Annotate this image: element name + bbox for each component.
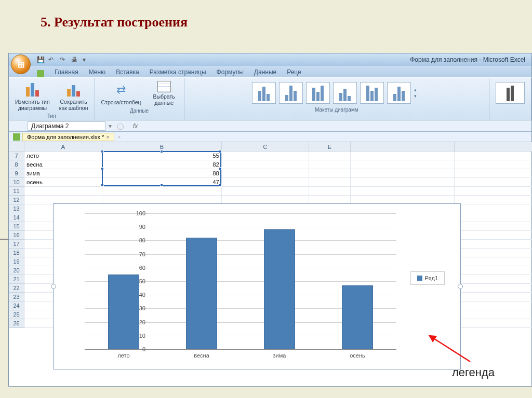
tab-data[interactable]: Данные	[249, 67, 282, 77]
change-chart-type-label: Изменить тип диаграммы	[15, 99, 50, 111]
x-label-осень: осень	[321, 352, 394, 359]
select-all-corner[interactable]	[9, 142, 24, 152]
save-template-icon	[65, 81, 82, 98]
tab-formulas[interactable]: Формулы	[211, 67, 249, 77]
y-tick-80: 80	[139, 237, 145, 243]
row-header-7[interactable]: 7	[9, 152, 24, 160]
x-label-лето: лето	[87, 352, 160, 359]
document-tab[interactable]: Форма для заполнения.xlsx * ×	[22, 133, 114, 141]
y-tick-60: 60	[139, 265, 145, 271]
select-data-label: Выбрать данные	[153, 93, 175, 106]
row-header-16[interactable]: 16	[9, 231, 24, 240]
row-header-12[interactable]: 12	[9, 196, 24, 204]
y-tick-20: 20	[139, 319, 145, 325]
save-icon[interactable]: 💾	[37, 56, 44, 63]
row-header-23[interactable]: 23	[9, 293, 24, 301]
titlebar: ⊞ 💾 ↶ ↷ 🖶 ▾ Форма для заполнения - Micro…	[9, 53, 531, 66]
tab-insert[interactable]: Вставка	[111, 67, 144, 77]
bar-весна[interactable]	[186, 238, 217, 349]
switch-row-column-button[interactable]: ⇄ Строка/столбец	[99, 80, 143, 107]
cell-A8[interactable]: весна	[24, 160, 102, 169]
name-box[interactable]: Диаграмма 2	[28, 121, 105, 131]
row-header-14[interactable]: 14	[9, 213, 24, 222]
legend-swatch-icon	[417, 276, 422, 281]
slide-title: 5. Результат построения	[0, 0, 532, 30]
style-thumb-1[interactable]	[496, 82, 525, 104]
group-label-layouts: Макеты диаграмм	[315, 107, 358, 113]
y-tick-100: 100	[136, 210, 145, 216]
layout-thumb-4[interactable]	[333, 82, 357, 104]
row-header-19[interactable]: 19	[9, 257, 24, 266]
office-button[interactable]: ⊞	[11, 54, 31, 74]
gallery-scroll[interactable]: ▴▾	[414, 82, 421, 104]
group-label-data: Данные	[130, 108, 149, 114]
column-header-E[interactable]: E	[309, 142, 351, 151]
row-header-26[interactable]: 26	[9, 319, 24, 328]
layout-thumb-5[interactable]	[360, 82, 384, 104]
close-tab-icon[interactable]: ×	[106, 134, 109, 140]
chart-legend[interactable]: Ряд1	[410, 271, 445, 285]
worksheet[interactable]: 7891011121314151617181920212223242526 AB…	[9, 142, 531, 386]
qat-more-icon[interactable]: ▾	[83, 56, 90, 63]
cell-B8[interactable]: 82	[102, 160, 222, 169]
chart-type-icon	[24, 81, 41, 98]
row-header-8[interactable]: 8	[9, 160, 24, 169]
ribbon-group-data: ⇄ Строка/столбец Выбрать данные Данные	[95, 78, 184, 120]
change-chart-type-button[interactable]: Изменить тип диаграммы	[13, 80, 52, 112]
column-header-C[interactable]: C	[222, 142, 309, 151]
row-header-25[interactable]: 25	[9, 310, 24, 319]
bar-осень[interactable]	[342, 285, 373, 349]
layout-thumb-1[interactable]	[252, 82, 276, 104]
cell-A9[interactable]: зима	[24, 169, 102, 178]
new-tab-icon[interactable]: ▫	[118, 134, 121, 140]
row-header-11[interactable]: 11	[9, 187, 24, 196]
cell-B7[interactable]: 55	[102, 152, 222, 160]
row-header-18[interactable]: 18	[9, 249, 24, 257]
y-tick-70: 70	[139, 251, 145, 257]
fx-icon[interactable]: fx	[133, 122, 138, 130]
select-data-icon	[157, 81, 171, 92]
bar-зима[interactable]	[264, 229, 295, 349]
tab-menu[interactable]: Меню	[84, 67, 111, 77]
row-header-22[interactable]: 22	[9, 284, 24, 293]
row-header-21[interactable]: 21	[9, 275, 24, 284]
row-header-20[interactable]: 20	[9, 266, 24, 275]
tab-review[interactable]: Реце	[282, 67, 307, 77]
undo-icon[interactable]: ↶	[48, 56, 56, 63]
redo-icon[interactable]: ↷	[60, 56, 67, 63]
x-label-весна: весна	[165, 352, 238, 359]
bar-лето[interactable]	[108, 275, 139, 349]
workbook-icon	[13, 133, 20, 141]
chevron-up-icon: ▴	[414, 87, 421, 92]
chevron-down-icon: ▾	[414, 93, 421, 99]
row-header-10[interactable]: 10	[9, 178, 24, 187]
window-title: Форма для заполнения - Microsoft Excel	[90, 56, 531, 63]
tab-home[interactable]: Главная	[49, 67, 84, 77]
row-header-15[interactable]: 15	[9, 222, 24, 231]
column-header-B[interactable]: B	[102, 142, 222, 151]
print-icon[interactable]: 🖶	[71, 56, 78, 63]
layout-thumb-6[interactable]	[387, 82, 411, 104]
save-template-label: Сохранить как шаблон	[59, 99, 88, 111]
cell-A7[interactable]: лето	[24, 152, 102, 160]
save-as-template-button[interactable]: Сохранить как шаблон	[57, 80, 90, 112]
layout-thumb-3[interactable]	[306, 82, 330, 104]
plot-area[interactable]	[85, 213, 396, 349]
cell-B10[interactable]: 47	[102, 178, 222, 187]
office-logo-icon: ⊞	[18, 60, 24, 70]
layout-thumb-2[interactable]	[279, 82, 303, 104]
select-data-button[interactable]: Выбрать данные	[149, 80, 180, 107]
row-header-24[interactable]: 24	[9, 301, 24, 310]
chart-layouts-gallery[interactable]: ▴▾	[250, 80, 423, 106]
row-header-17[interactable]: 17	[9, 240, 24, 249]
row-header-13[interactable]: 13	[9, 204, 24, 213]
embedded-chart[interactable]: Ряд1 0102030405060708090100летовесназима…	[53, 203, 461, 369]
row-header-9[interactable]: 9	[9, 169, 24, 178]
cell-A10[interactable]: осень	[24, 178, 102, 187]
column-header-A[interactable]: A	[24, 142, 102, 151]
tab-page-layout[interactable]: Разметка страницы	[144, 67, 211, 77]
x-label-зима: зима	[243, 352, 316, 359]
ribbon-tabs: Главная Меню Вставка Разметка страницы Ф…	[9, 66, 531, 77]
row-headers: 7891011121314151617181920212223242526	[9, 152, 24, 328]
cell-B9[interactable]: 88	[102, 169, 222, 178]
